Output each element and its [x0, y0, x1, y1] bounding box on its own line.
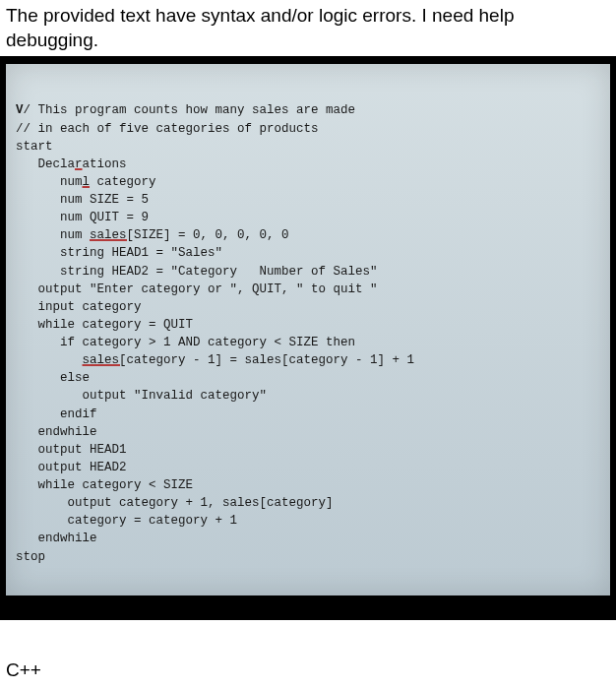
language-tag: C++: [6, 659, 41, 680]
question-header: The provided text have syntax and/or log…: [0, 0, 616, 56]
code-line: while category < SIZE: [16, 476, 600, 494]
code-line: start: [16, 138, 600, 156]
code-line: string HEAD2 = "Category Number of Sales…: [16, 263, 600, 281]
code-line: num SIZE = 5: [16, 191, 600, 209]
code-line: while category = QUIT: [16, 316, 600, 334]
code-line: num QUIT = 9: [16, 209, 600, 226]
code-line: sales[category - 1] = sales[category - 1…: [16, 351, 600, 369]
code-line: num sales[SIZE] = 0, 0, 0, 0, 0: [16, 226, 600, 244]
code-screenshot: V/ This program counts how many sales ar…: [6, 64, 610, 595]
code-line: output category + 1, sales[category]: [16, 494, 600, 512]
code-line: category = category + 1: [16, 512, 600, 530]
code-line: input category: [16, 298, 600, 316]
code-line: // in each of five categories of product…: [16, 120, 600, 138]
code-line: if category > 1 AND category < SIZE then: [16, 334, 600, 351]
code-line: endif: [16, 406, 600, 423]
question-text: The provided text have syntax and/or log…: [6, 5, 514, 50]
code-line: endwhile: [16, 423, 600, 441]
code-line: output "Enter category or ", QUIT, " to …: [16, 281, 600, 298]
code-line: Declarations: [16, 156, 600, 173]
language-tag-footer: C++: [0, 620, 616, 689]
code-line: numl category: [16, 173, 600, 191]
code-line: endwhile: [16, 530, 600, 547]
code-line: output "Invalid category": [16, 387, 600, 405]
code-line: output HEAD2: [16, 459, 600, 476]
code-line: output HEAD1: [16, 441, 600, 459]
code-line: else: [16, 369, 600, 387]
code-line: string HEAD1 = "Sales": [16, 244, 600, 262]
code-line: V/ This program counts how many sales ar…: [16, 101, 600, 119]
code-line: stop: [16, 548, 600, 566]
